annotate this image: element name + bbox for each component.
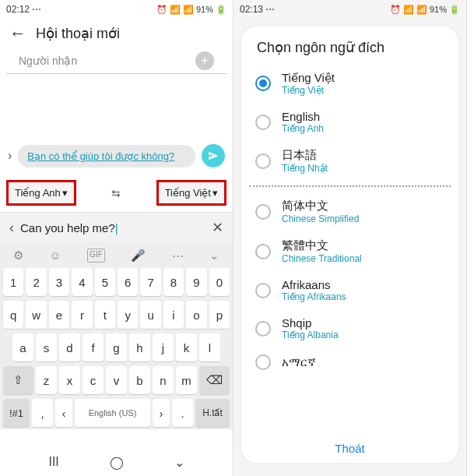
radio-icon[interactable] <box>255 321 271 337</box>
input-text[interactable]: Can you help me?| <box>20 221 212 234</box>
language-list: Tiếng ViệtTiếng ViệtEnglishTiếng Anh日本語T… <box>241 64 458 434</box>
key-k[interactable]: k <box>176 333 197 361</box>
numeric-key[interactable]: !#1 <box>3 399 30 427</box>
radio-icon[interactable] <box>255 115 271 130</box>
backspace-key[interactable]: ⌫ <box>199 366 230 394</box>
recipient-field[interactable]: Người nhận + <box>6 48 226 74</box>
input-row[interactable]: ‹ Can you help me?| ✕ <box>0 212 233 242</box>
clear-icon[interactable]: ✕ <box>212 219 223 236</box>
input-collapse-icon[interactable]: ‹ <box>9 220 14 236</box>
language-option[interactable]: Tiếng ViệtTiếng Việt <box>249 64 451 103</box>
status-dots-icon: ⋯ <box>265 4 275 15</box>
target-lang-label: Tiếng Việt <box>165 187 211 199</box>
language-option[interactable]: 日本語Tiếng Nhật <box>249 141 451 181</box>
key-n[interactable]: n <box>153 366 174 394</box>
language-option[interactable]: AfrikaansTiếng Afrikaans <box>249 271 451 309</box>
key-z[interactable]: z <box>36 366 57 394</box>
key-j[interactable]: j <box>153 333 174 361</box>
language-native-label: 日本語 <box>282 148 328 163</box>
header: ← Hội thoại mới <box>0 19 233 48</box>
swap-icon[interactable]: ⇆ <box>111 187 121 199</box>
keyboard-row-q: qwertyuiop <box>0 298 233 331</box>
translated-text[interactable]: Bạn có thể giúp tôi được không? <box>18 145 195 167</box>
send-button[interactable] <box>202 144 225 167</box>
key-d[interactable]: d <box>59 333 80 361</box>
language-option[interactable]: ShqipTiếng Albania <box>249 309 451 347</box>
key-b[interactable]: b <box>129 366 150 394</box>
key-5[interactable]: 5 <box>95 268 115 296</box>
language-sub-label: Tiếng Afrikaans <box>282 291 346 302</box>
back-icon[interactable]: ← <box>9 23 26 44</box>
expand-icon[interactable]: › <box>8 149 12 163</box>
language-option[interactable]: EnglishTiếng Anh <box>249 103 451 141</box>
keyboard-expand-icon[interactable]: ⌄ <box>209 249 219 263</box>
shift-key[interactable]: ⇧ <box>3 366 33 394</box>
language-option[interactable]: 简体中文Chinese Simplified <box>249 192 451 231</box>
key-q[interactable]: q <box>3 301 23 329</box>
key-6[interactable]: 6 <box>118 268 138 296</box>
mic-icon[interactable]: 🎤 <box>131 249 146 263</box>
lang-left-key[interactable]: ‹ <box>55 399 72 427</box>
keyboard-row-numbers: 1234567890 <box>0 266 233 298</box>
home-icon[interactable]: ◯ <box>110 455 124 470</box>
radio-icon[interactable] <box>255 244 271 259</box>
key-9[interactable]: 9 <box>186 268 206 296</box>
language-sub-label: Chinese Simplified <box>282 213 359 224</box>
key-a[interactable]: a <box>12 333 33 361</box>
emoji-icon[interactable]: ☺ <box>49 249 61 263</box>
key-8[interactable]: 8 <box>163 268 184 296</box>
language-option[interactable]: 繁體中文Chinese Traditional <box>249 231 451 271</box>
key-m[interactable]: m <box>176 366 197 394</box>
lang-right-key[interactable]: › <box>153 399 170 427</box>
key-e[interactable]: e <box>49 301 69 329</box>
target-lang-button[interactable]: Tiếng Việt ▾ <box>156 180 226 206</box>
key-0[interactable]: 0 <box>209 268 230 296</box>
key-x[interactable]: x <box>59 366 80 394</box>
key-u[interactable]: u <box>140 301 160 329</box>
key-h[interactable]: h <box>129 333 150 361</box>
radio-icon[interactable] <box>255 354 271 370</box>
source-lang-button[interactable]: Tiếng Anh ▾ <box>6 180 76 206</box>
key-2[interactable]: 2 <box>26 268 46 296</box>
key-3[interactable]: 3 <box>49 268 69 296</box>
key-s[interactable]: s <box>36 333 57 361</box>
close-button[interactable]: Thoát <box>241 434 458 463</box>
gif-icon[interactable]: GIF <box>87 249 105 263</box>
key-i[interactable]: i <box>163 301 184 329</box>
add-recipient-icon[interactable]: + <box>195 51 214 70</box>
key-1[interactable]: 1 <box>3 268 23 296</box>
radio-icon[interactable] <box>255 204 271 220</box>
period-key[interactable]: . <box>172 399 193 427</box>
key-7[interactable]: 7 <box>140 268 160 296</box>
nav-back-icon[interactable]: ⌄ <box>174 455 184 470</box>
enter-key[interactable]: H.tất <box>195 399 230 427</box>
radio-icon[interactable] <box>255 76 271 91</box>
key-w[interactable]: w <box>26 301 46 329</box>
keyboard: ⚙ ☺ GIF 🎤 ⋯ ⌄ 1234567890 qwertyuiop asdf… <box>0 242 233 429</box>
key-o[interactable]: o <box>186 301 206 329</box>
signal-icon: 📶 <box>183 5 194 15</box>
key-v[interactable]: v <box>106 366 127 394</box>
language-sub-label: Tiếng Việt <box>282 85 335 96</box>
options-icon[interactable]: ⋯ <box>172 249 184 263</box>
comma-key[interactable]: , <box>32 399 53 427</box>
language-option[interactable]: አማርኛ <box>249 347 451 377</box>
recents-icon[interactable]: III <box>48 455 58 470</box>
key-c[interactable]: c <box>83 366 104 394</box>
key-y[interactable]: y <box>118 301 138 329</box>
key-g[interactable]: g <box>106 333 127 361</box>
radio-icon[interactable] <box>255 153 271 169</box>
key-p[interactable]: p <box>209 301 230 329</box>
key-t[interactable]: t <box>95 301 115 329</box>
language-sub-label: Tiếng Albania <box>282 330 339 340</box>
settings-icon[interactable]: ⚙ <box>13 249 23 263</box>
key-4[interactable]: 4 <box>72 268 92 296</box>
source-lang-label: Tiếng Anh <box>15 187 61 199</box>
key-f[interactable]: f <box>83 333 104 361</box>
language-native-label: አማርኛ <box>282 355 316 369</box>
key-l[interactable]: l <box>199 333 220 361</box>
space-key[interactable]: English (US) <box>75 399 150 427</box>
language-sub-label: Tiếng Nhật <box>282 163 328 174</box>
key-r[interactable]: r <box>72 301 92 329</box>
radio-icon[interactable] <box>255 283 271 298</box>
